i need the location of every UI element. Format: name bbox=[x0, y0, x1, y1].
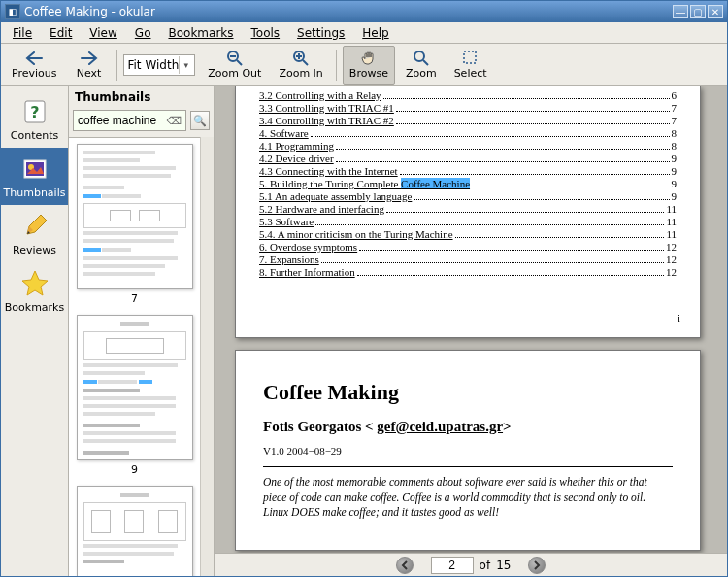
thumbnail-item[interactable]: 9 bbox=[73, 315, 196, 476]
previous-label: Previous bbox=[12, 67, 57, 80]
toc-entry[interactable]: 5.3 Software11 bbox=[259, 216, 677, 227]
toc-entry[interactable]: 6. Overdose symptoms12 bbox=[259, 241, 677, 253]
toc-label: 8. Further Information bbox=[259, 266, 355, 278]
zoom-mode-combo[interactable]: Fit Width ▾ bbox=[123, 54, 196, 76]
sidebar-tab-label: Thumbnails bbox=[4, 187, 66, 199]
chevron-down-icon[interactable]: ▾ bbox=[179, 56, 192, 74]
thumbnails-search-input[interactable] bbox=[78, 114, 164, 127]
image-icon bbox=[19, 153, 50, 185]
svg-line-8 bbox=[423, 60, 428, 65]
toc-leader bbox=[383, 91, 670, 99]
toc-page: 12 bbox=[666, 241, 677, 253]
menu-settings[interactable]: Settings bbox=[289, 24, 352, 42]
clear-search-icon[interactable]: ⌫ bbox=[164, 115, 183, 127]
thumbnail-item[interactable]: 7 bbox=[73, 144, 196, 305]
page-number-input[interactable] bbox=[431, 557, 474, 574]
toc-label: 5.3 Software bbox=[259, 216, 314, 227]
minimize-button[interactable]: ― bbox=[673, 5, 688, 18]
sidebar-tab-contents[interactable]: ? Contents bbox=[1, 90, 68, 148]
toc-entry[interactable]: 3.2 Controlling with a Relay6 bbox=[259, 89, 677, 101]
toc-label: 5.1 An adequate assembly language bbox=[259, 190, 412, 202]
sidebar-tab-thumbnails[interactable]: Thumbnails bbox=[1, 148, 68, 205]
toc-entry[interactable]: 7. Expansions12 bbox=[259, 254, 677, 265]
toc-leader bbox=[359, 243, 664, 251]
page-navigation-bar: of 15 bbox=[215, 553, 727, 576]
toc-entry[interactable]: 4.1 Programming8 bbox=[259, 140, 677, 152]
thumbnails-scrollbar[interactable] bbox=[200, 137, 214, 576]
menu-edit[interactable]: Edit bbox=[42, 24, 80, 42]
toc-label: 6. Overdose symptoms bbox=[259, 241, 357, 253]
toc-leader bbox=[336, 154, 670, 162]
zoom-out-button[interactable]: Zoom Out bbox=[201, 46, 268, 85]
chevron-left-icon bbox=[401, 560, 409, 570]
menu-tools[interactable]: Tools bbox=[244, 24, 288, 42]
zoom-out-icon bbox=[225, 50, 245, 67]
page-total: 15 bbox=[496, 559, 511, 572]
menu-bookmarks[interactable]: Bookmarks bbox=[160, 24, 241, 42]
toc-entry[interactable]: 3.4 Controlling with TRIAC #27 bbox=[259, 115, 677, 126]
thumbnails-search-row: ⌫ 🔍 bbox=[69, 108, 214, 137]
author-email-link[interactable]: gef@ceid.upatras.gr bbox=[377, 419, 503, 434]
toc-page: 6 bbox=[672, 89, 678, 101]
menu-go[interactable]: Go bbox=[127, 24, 159, 42]
zoom-mode-value: Fit Width bbox=[128, 58, 180, 72]
toc-page: 11 bbox=[666, 216, 677, 227]
toolbar: Previous Next Fit Width ▾ Zoom Out Zoom … bbox=[1, 44, 727, 86]
sidebar-tab-label: Bookmarks bbox=[5, 301, 64, 314]
thumbnail-item[interactable] bbox=[73, 486, 196, 576]
toc-entry[interactable]: 4. Software8 bbox=[259, 127, 677, 139]
divider bbox=[263, 466, 673, 467]
svg-line-4 bbox=[303, 60, 308, 65]
toc-label: 3.3 Controlling with TRIAC #1 bbox=[259, 102, 394, 114]
zoom-in-icon bbox=[291, 50, 311, 67]
star-icon bbox=[19, 268, 50, 299]
toc-entry[interactable]: 4.2 Device driver9 bbox=[259, 153, 677, 164]
thumbnails-header: Thumbnails bbox=[69, 86, 214, 108]
menu-view[interactable]: View bbox=[82, 24, 124, 42]
zoom-tool-button[interactable]: Zoom bbox=[399, 46, 444, 85]
toc-label: 5.4. A minor criticism on the Turing Mac… bbox=[259, 228, 453, 240]
toc-leader bbox=[311, 129, 670, 137]
thumbnails-list[interactable]: 7 bbox=[69, 137, 200, 576]
search-hit: Coffee Machine bbox=[401, 178, 470, 189]
next-button[interactable]: Next bbox=[68, 46, 111, 85]
sidebar-tab-bookmarks[interactable]: Bookmarks bbox=[1, 262, 68, 320]
toc-entry[interactable]: 5.1 An adequate assembly language9 bbox=[259, 190, 677, 202]
find-button[interactable]: 🔍 bbox=[190, 111, 210, 130]
thumbnails-search-box[interactable]: ⌫ bbox=[73, 110, 186, 131]
toc-entry[interactable]: 4.3 Connecting with the Internet9 bbox=[259, 165, 677, 177]
select-tool-label: Select bbox=[454, 67, 487, 80]
toc-label: 4.1 Programming bbox=[259, 140, 334, 152]
toc-entry[interactable]: 5.4. A minor criticism on the Turing Mac… bbox=[259, 228, 677, 240]
select-tool-button[interactable]: Select bbox=[447, 46, 494, 85]
close-button[interactable]: ✕ bbox=[708, 5, 723, 18]
sidebar-tab-label: Contents bbox=[11, 129, 58, 142]
zoom-tool-label: Zoom bbox=[406, 67, 437, 80]
menu-file[interactable]: File bbox=[5, 24, 40, 42]
document-scroll-area[interactable]: 3.2 Controlling with a Relay63.3 Control… bbox=[215, 86, 727, 553]
menu-help[interactable]: Help bbox=[354, 24, 396, 42]
toc-entry[interactable]: 5.2 Hardware and interfacing11 bbox=[259, 203, 677, 215]
toc-leader bbox=[472, 180, 669, 187]
toc-entry[interactable]: 8. Further Information12 bbox=[259, 266, 677, 278]
next-label: Next bbox=[77, 67, 102, 80]
previous-button[interactable]: Previous bbox=[5, 46, 64, 85]
window-titlebar: ◧ Coffee Making - okular ― ▢ ✕ bbox=[1, 1, 727, 22]
zoom-in-button[interactable]: Zoom In bbox=[272, 46, 329, 85]
toc-entry[interactable]: 3.3 Controlling with TRIAC #17 bbox=[259, 102, 677, 114]
doc-author: Fotis Georgatos < gef@ceid.upatras.gr> bbox=[263, 419, 673, 435]
toc-label: 5. Building the Turing Complete Coffee M… bbox=[259, 178, 470, 189]
toc-label: 4. Software bbox=[259, 127, 309, 139]
thumbnail-page-preview bbox=[77, 144, 193, 289]
browse-button[interactable]: Browse bbox=[343, 46, 395, 85]
page-next-button[interactable] bbox=[528, 557, 546, 574]
main-area: ? Contents Thumbnails Reviews Bookmarks … bbox=[1, 86, 727, 576]
sidebar-tab-reviews[interactable]: Reviews bbox=[1, 205, 68, 262]
toc-entry[interactable]: 5. Building the Turing Complete Coffee M… bbox=[259, 178, 677, 189]
thumbnail-number: 7 bbox=[131, 292, 138, 305]
page-prev-button[interactable] bbox=[396, 557, 414, 574]
toolbar-separator bbox=[116, 50, 117, 81]
of-label: of bbox=[480, 559, 491, 572]
maximize-button[interactable]: ▢ bbox=[690, 5, 706, 18]
toc-leader bbox=[455, 230, 665, 238]
